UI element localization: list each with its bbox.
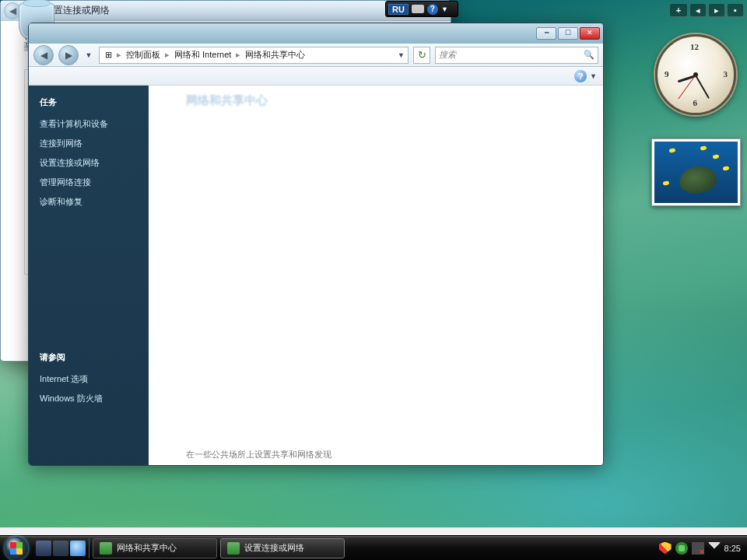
ie-icon[interactable] <box>70 541 86 556</box>
taskbar-item-network-center[interactable]: 网络和共享中心 <box>93 538 217 558</box>
clock-num-3: 3 <box>724 69 728 79</box>
clock-num-9: 9 <box>665 69 669 79</box>
gadget-add-button[interactable]: + <box>669 3 688 17</box>
network-status-icon[interactable] <box>675 542 688 555</box>
wizard-titlebar[interactable]: ◀ 设置连接或网络 ━ ☐ ✕ <box>1 1 451 21</box>
nav-history-dropdown[interactable]: ▼ <box>83 45 94 65</box>
help-icon[interactable]: ? <box>427 4 438 15</box>
sidebar-item-setup-connection[interactable]: 设置连接或网络 <box>29 153 149 173</box>
chevron-down-icon[interactable]: ▼ <box>441 5 448 13</box>
refresh-button[interactable]: ↻ <box>413 47 430 64</box>
sidebar-seealso-firewall[interactable]: Windows 防火墙 <box>29 389 149 408</box>
sidebar-item-view-computers[interactable]: 查看计算机和设备 <box>29 114 149 134</box>
gadget-close-button[interactable]: ▪ <box>727 3 744 17</box>
clock-gadget[interactable]: 12 3 6 9 <box>655 34 736 115</box>
breadcrumb-root-icon[interactable]: ⊞ <box>103 50 114 60</box>
breadcrumb-sep: ▸ <box>116 50 122 60</box>
network-icon <box>227 542 240 555</box>
tray-clock[interactable]: 8:25 <box>724 544 741 553</box>
sidebar-item-connect-network[interactable]: 连接到网络 <box>29 134 149 153</box>
sidebar-item-diagnose-repair[interactable]: 诊断和修复 <box>29 192 149 212</box>
sidebar-item-manage-connections[interactable]: 管理网络连接 <box>29 173 149 192</box>
breadcrumb-seg-1[interactable]: 网络和 Internet <box>172 49 233 61</box>
gadget-controls: + ◂ ▸ ▪ <box>669 3 744 17</box>
security-shield-icon[interactable] <box>659 542 672 555</box>
start-button[interactable] <box>0 536 33 561</box>
keyboard-icon[interactable] <box>412 5 424 13</box>
gadget-next-button[interactable]: ▸ <box>708 3 725 17</box>
taskbar-item-label: 设置连接或网络 <box>244 542 304 554</box>
taskbar-item-label: 网络和共享中心 <box>117 542 177 554</box>
clock-num-12: 12 <box>690 42 699 51</box>
breadcrumb[interactable]: ⊞ ▸ 控制面板 ▸ 网络和 Internet ▸ 网络和共享中心 ▼ <box>99 47 409 64</box>
cp-address-bar: ◀ ▶ ▼ ⊞ ▸ 控制面板 ▸ 网络和 Internet ▸ 网络和共享中心 … <box>29 44 603 67</box>
control-panel-window: ━ ☐ ✕ ◀ ▶ ▼ ⊞ ▸ 控制面板 ▸ 网络和 Internet ▸ 网络… <box>28 23 604 466</box>
clock-pin <box>693 72 698 77</box>
help-dropdown[interactable]: ▼ <box>590 72 597 80</box>
sidebar-tasks-header: 任务 <box>29 96 149 114</box>
breadcrumb-dropdown[interactable]: ▼ <box>398 51 405 59</box>
language-code[interactable]: RU <box>388 4 409 15</box>
cp-minimize-button[interactable]: ━ <box>536 27 556 40</box>
search-icon[interactable]: 🔍 <box>584 50 594 60</box>
slideshow-image <box>654 142 738 203</box>
gadget-prev-button[interactable]: ◂ <box>689 3 707 17</box>
network-icon <box>100 542 112 555</box>
nav-forward-button[interactable]: ▶ <box>58 45 79 65</box>
help-icon[interactable]: ? <box>574 70 587 82</box>
switch-windows-icon[interactable] <box>53 541 68 556</box>
cp-sidebar: 任务 查看计算机和设备 连接到网络 设置连接或网络 管理网络连接 诊断和修复 请… <box>29 86 149 465</box>
slideshow-gadget[interactable] <box>651 138 741 206</box>
taskbar-item-setup-connection[interactable]: 设置连接或网络 <box>220 538 345 558</box>
language-bar[interactable]: RU ? ▼ <box>385 1 458 17</box>
breadcrumb-seg-2[interactable]: 网络和共享中心 <box>243 49 307 61</box>
volume-icon[interactable] <box>708 542 721 555</box>
cp-maximize-button[interactable]: ☐ <box>558 27 578 40</box>
cp-help-row: ? ▼ <box>29 67 603 86</box>
cp-content-title: 网络和共享中心 <box>186 93 268 108</box>
sidebar-seealso-header: 请参阅 <box>29 352 149 369</box>
cp-titlebar[interactable]: ━ ☐ ✕ <box>29 23 603 44</box>
nav-back-button[interactable]: ◀ <box>33 45 54 65</box>
show-desktop-icon[interactable] <box>36 541 51 556</box>
cp-content-footer: 在一些公共场所上设置共享和网络发现 <box>186 449 331 460</box>
network-disconnected-icon[interactable] <box>692 542 704 555</box>
breadcrumb-seg-0[interactable]: 控制面板 <box>124 49 163 61</box>
quick-launch <box>33 538 89 558</box>
system-tray: 8:25 <box>653 542 747 555</box>
search-input[interactable]: 搜索 🔍 <box>435 47 598 64</box>
sidebar-seealso-internet-options[interactable]: Internet 选项 <box>29 369 149 389</box>
cp-close-button[interactable]: ✕ <box>580 27 600 40</box>
clock-num-6: 6 <box>693 98 698 107</box>
taskbar: 网络和共享中心 设置连接或网络 8:25 <box>0 535 747 560</box>
cp-content: 网络和共享中心 在一些公共场所上设置共享和网络发现 <box>149 86 603 465</box>
search-placeholder: 搜索 <box>439 49 456 61</box>
